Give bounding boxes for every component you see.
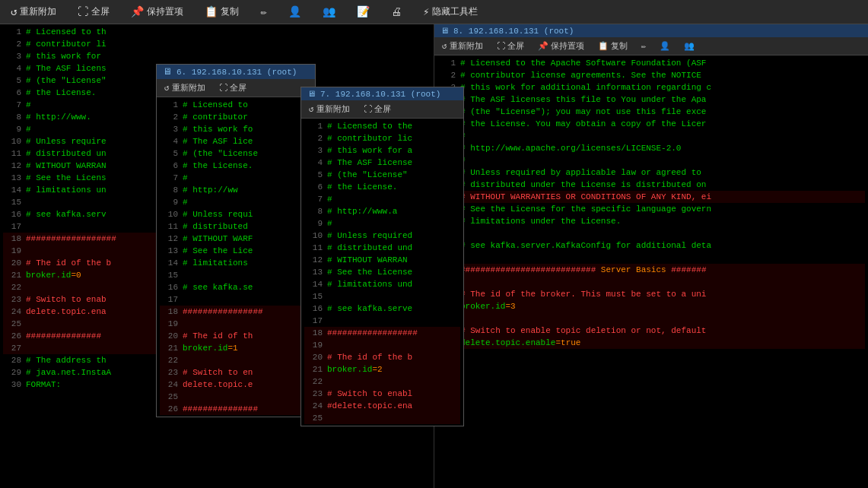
table-row: 16# see kafka.server.KafkaConfig for add… — [437, 239, 865, 252]
table-row: 14# limitations und — [304, 278, 460, 290]
table-row: 13# See the Lice — [160, 245, 312, 257]
line-content: # http://ww — [183, 184, 238, 196]
btn-copy-4[interactable]: 📋 复制 — [595, 40, 631, 52]
line-number: 15 — [304, 290, 323, 303]
btn-fullscreen-main[interactable]: ⛶ 全屏 — [73, 4, 114, 20]
line-number: 22 — [304, 376, 323, 388]
btn-fullscreen-4[interactable]: ⛶ 全屏 — [494, 40, 527, 52]
table-row: 11# distributed under the License is dis… — [437, 179, 865, 191]
btn-users-main[interactable]: 👥 — [318, 4, 340, 20]
line-number: 8 — [3, 111, 21, 123]
line-number: 4 — [3, 62, 21, 74]
btn-print-main[interactable]: 🖨 — [386, 5, 406, 20]
line-number: 8 — [160, 184, 178, 196]
line-number: 24 — [3, 306, 21, 318]
line-number: 23 — [3, 293, 21, 306]
line-number: 11 — [304, 242, 323, 254]
line-content: # — [327, 217, 332, 230]
line-number: 3 — [3, 50, 21, 62]
table-row: 10# Unless required by applicable law or… — [437, 166, 865, 179]
line-content: # — [183, 172, 188, 184]
table-row: 10# Unless requi — [160, 208, 312, 220]
table-row: 17 — [437, 252, 865, 264]
code-lines-2: 1# Licensed to2# contributor3# this work… — [160, 99, 312, 415]
copy-icon: 📋 — [205, 5, 218, 18]
btn-fullscreen-3[interactable]: ⛶ 全屏 — [361, 103, 394, 116]
line-content: broker.id=0 — [26, 269, 81, 281]
btn-fullscreen-2[interactable]: ⛶ 全屏 — [216, 81, 250, 94]
table-row: 6# the License. — [304, 181, 460, 193]
line-content: # contributor lic — [327, 132, 412, 144]
btn-copy-main[interactable]: 📋 复制 — [200, 4, 243, 20]
line-content: # See the License — [327, 266, 412, 278]
line-content: # Switch to enable topic deletion or not… — [460, 325, 706, 337]
line-content: ############### — [183, 403, 258, 415]
line-number: 18 — [3, 233, 21, 245]
line-number: 21 — [160, 342, 178, 354]
line-number: 9 — [304, 217, 323, 230]
btn-pin-main[interactable]: 📌 保持置项 — [126, 4, 188, 20]
pane-2-code[interactable]: 1# Licensed to2# contributor3# this work… — [157, 97, 315, 417]
table-row: 4# The ASF lice — [160, 135, 312, 147]
table-row: 3# this work fo — [160, 123, 312, 135]
btn-edit-main[interactable]: ✏ — [256, 4, 271, 20]
btn-edit-4[interactable]: ✏ — [638, 40, 650, 52]
monitor-icon-3: 🖥 — [307, 89, 316, 99]
line-number: 7 — [3, 99, 21, 111]
edit-icon: ✏ — [260, 5, 266, 18]
line-content: # — [327, 193, 332, 205]
line-content: # (the "License" — [26, 74, 107, 87]
btn-users-4[interactable]: 👥 — [681, 40, 698, 52]
table-row: 20# The id of the b — [304, 351, 460, 363]
fullscreen-icon-3: ⛶ — [364, 104, 372, 114]
line-content: # — [183, 196, 188, 208]
print-icon: 🖨 — [391, 6, 402, 18]
btn-reattach-2[interactable]: ↺ 重新附加 — [161, 81, 208, 94]
pane-3-code[interactable]: 1# Licensed to the2# contributor lic3# t… — [301, 119, 463, 426]
line-content: # The id of the b — [26, 257, 111, 269]
line-content: # distributed und — [327, 242, 412, 254]
line-content: # Switch to enab — [26, 293, 107, 306]
line-content: # http://www.apache.org/licenses/LICENSE… — [460, 142, 681, 154]
line-number: 27 — [3, 342, 21, 354]
table-row: 12# WITHOUT WARRAN — [304, 254, 460, 266]
btn-hide-toolbar[interactable]: ⚡ 隐藏工具栏 — [418, 4, 482, 20]
table-row: 18########################### Server Bas… — [437, 264, 865, 276]
line-number: 14 — [160, 257, 178, 269]
line-content: # Unless requi — [183, 208, 253, 220]
line-number: 8 — [304, 205, 323, 217]
table-row: 20# The id of th — [160, 330, 312, 342]
line-number: 13 — [160, 245, 178, 257]
line-content: delete.topic.enable=true — [460, 337, 580, 349]
line-content: # Unless required — [327, 230, 412, 242]
btn-pin-4[interactable]: 📌 保持置项 — [535, 40, 587, 52]
line-content: FORMAT: — [26, 379, 61, 391]
pane-2-float: 🖥 6. 192.168.10.131 (root) ↺ 重新附加 ⛶ 全屏 1… — [156, 64, 316, 417]
line-content: #delete.topic.ena — [327, 400, 412, 412]
btn-reattach-4[interactable]: ↺ 重新附加 — [439, 40, 486, 52]
pane-4-code[interactable]: 1# Licensed to the Apache Software Found… — [434, 55, 868, 481]
line-content: delete.topic.e — [183, 379, 253, 391]
btn-reattach-3[interactable]: ↺ 重新附加 — [306, 103, 353, 116]
btn-note-main[interactable]: 📝 — [352, 4, 374, 20]
table-row: 7# — [160, 172, 312, 184]
line-number: 21 — [304, 363, 323, 376]
btn-user-main[interactable]: 👤 — [284, 4, 306, 20]
line-content: # Unless required by applicable law or a… — [460, 166, 701, 179]
line-content: # Licensed to the Apache Software Founda… — [460, 57, 706, 69]
table-row: 23# Switch to enable topic deletion or n… — [437, 325, 865, 337]
line-content: # contributor li — [26, 38, 107, 50]
refresh-icon-4: ↺ — [442, 41, 447, 51]
line-content: # The ASF lice — [183, 135, 253, 147]
line-content: # See the Licens — [26, 172, 107, 184]
table-row: 1# Licensed to the Apache Software Found… — [437, 57, 865, 69]
line-number: 6 — [304, 181, 323, 193]
line-number: 25 — [304, 412, 323, 424]
table-row: 24delete.topic.e — [160, 379, 312, 391]
line-number: 2 — [3, 38, 21, 50]
table-row: 19 — [437, 276, 865, 288]
table-row: 16# see kafka.serve — [304, 303, 460, 315]
btn-user-4[interactable]: 👤 — [657, 40, 673, 52]
table-row: 22 — [160, 354, 312, 366]
btn-reattach-main[interactable]: ↺ 重新附加 — [6, 4, 61, 20]
